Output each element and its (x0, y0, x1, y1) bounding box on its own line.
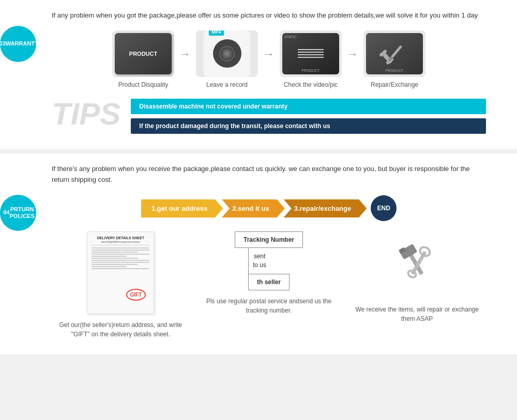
dline2 (92, 250, 149, 251)
detail-3: We receive the items, will repair or exc… (348, 231, 486, 339)
step4-label: Repair/Exchange (371, 81, 418, 88)
detail-2-text: Pls use regular postal service andsend u… (200, 297, 338, 315)
tracking-number-box: Tracking Number (235, 231, 303, 248)
detail-1: DELIVERY DETAILS SHEETabcdefghijklmnopqr… (52, 231, 190, 339)
dline10 (92, 266, 126, 267)
warranty-step-3: STATIC PRODUCT Check the video/pic (280, 30, 342, 88)
svg-rect-3 (391, 45, 402, 58)
vline2 (298, 52, 324, 53)
warranty-badge-number: 03 (0, 40, 6, 47)
leave-record-img: MP4 (196, 30, 258, 77)
dline5 (92, 256, 126, 257)
repair-img: PRODUCT (363, 30, 425, 77)
warranty-badge-label: WARRANTY (6, 40, 39, 47)
flow-step-3-label: 3.repair/exchange (294, 205, 352, 212)
tools-svg (379, 39, 410, 68)
flow-step-1-body: 1.get our address (141, 199, 223, 217)
product-label2: PRODUCT (302, 69, 320, 72)
camera-lens (219, 46, 235, 61)
arrow-3: → (347, 48, 358, 61)
return-details: DELIVERY DETAILS SHEETabcdefghijklmnopqr… (52, 231, 486, 339)
dline4 (92, 254, 149, 255)
static-label: STATIC (284, 35, 297, 39)
tracking-middle: sentto us (233, 248, 305, 274)
delivery-sheet-title: DELIVERY DETAILS SHEETabcdefghijklmnopqr… (92, 236, 149, 245)
tips-section: TIPS Disassemble machine not covered und… (52, 99, 486, 134)
delivery-lines (92, 247, 149, 269)
svg-point-9 (418, 245, 431, 258)
tracking-line (248, 248, 249, 274)
dline6 (92, 258, 138, 259)
return-badge-label: PRTURN POLICES (9, 206, 34, 220)
tools-icon: PRODUCT (366, 33, 423, 74)
repair-tools-svg (384, 231, 451, 299)
dline8 (92, 262, 149, 263)
flow-step-3: 3.repair/exchange (284, 199, 366, 217)
flow-end: END (371, 195, 397, 221)
tracking-diagram: Tracking Number sentto us th seller (233, 231, 305, 290)
video-lines (298, 49, 324, 58)
tips-box-1: Disassemble machine not covered under wa… (131, 99, 486, 114)
flow-step-2: 2.send it us (222, 199, 284, 217)
detail-3-text: We receive the items, will repair or exc… (348, 305, 486, 323)
page-wrapper: 03 WARRANTY If any problem when you got … (0, 0, 517, 354)
warranty-step-1: PRODUCT Product Disquality (112, 30, 174, 88)
detail-2: Tracking Number sentto us th seller Pls … (200, 231, 338, 339)
return-badge: 04 PRTURN POLICES (0, 195, 36, 231)
vline1 (298, 49, 324, 50)
dline11 (92, 268, 149, 269)
step3-label: Check the video/pic (284, 81, 338, 88)
arrow-2: → (263, 48, 275, 61)
flow-step-2-body: 2.send it us (222, 199, 285, 217)
detail-1-text: Get our(the seller's)return address, and… (52, 320, 190, 339)
warranty-step-2: MP4 Leave a record (196, 30, 258, 88)
tracking-seller-label: th seller (257, 278, 281, 286)
tracking-seller-box: th seller (248, 274, 290, 290)
warranty-intro: If any problem when you got the package,… (52, 10, 486, 21)
dline1 (92, 247, 149, 248)
flow-step-3-body: 3.repair/exchange (284, 199, 367, 217)
delivery-sheet: DELIVERY DETAILS SHEETabcdefghijklmnopqr… (87, 231, 154, 314)
flow-step-2-label: 2.send it us (232, 205, 269, 212)
vline4 (298, 57, 324, 58)
gift-badge: GIFT (126, 289, 146, 301)
warranty-badge: 03 WARRANTY (0, 26, 36, 62)
return-intro: If there's any problem when you receive … (52, 164, 486, 185)
flow-step-1-label: 1.get our address (151, 205, 207, 212)
check-video-img: STATIC PRODUCT (280, 30, 342, 77)
screwdriver-group (388, 45, 402, 62)
dline3 (92, 252, 138, 253)
warranty-steps: PRODUCT Product Disquality → MP4 Leave a… (52, 30, 486, 88)
dline7 (92, 260, 149, 261)
steps-flow: 1.get our address 2.send it us 3.repair/… (52, 195, 486, 221)
step1-label: Product Disquality (118, 81, 169, 88)
tips-box-2: If the product damaged during the transi… (131, 118, 486, 134)
warranty-step-4: PRODUCT Repair/Exchange (363, 30, 425, 88)
tracking-sent: sentto us (253, 252, 266, 270)
mp4-badge: MP4 (209, 30, 224, 36)
return-section: 04 PRTURN POLICES If there's any problem… (0, 153, 517, 355)
tips-title: TIPS (52, 99, 120, 130)
product-label3: PRODUCT (386, 69, 404, 72)
mp4-wrap: MP4 (204, 30, 250, 77)
tips-boxes: Disassemble machine not covered under wa… (131, 99, 486, 134)
product-icon: PRODUCT (115, 33, 172, 74)
product-disquality-img: PRODUCT (112, 30, 174, 77)
camera-body (213, 39, 241, 68)
return-badge-number: 04 (3, 209, 9, 216)
step2-label: Leave a record (206, 81, 248, 88)
video-icon: STATIC PRODUCT (282, 33, 339, 74)
arrow-1: → (179, 48, 191, 61)
vline3 (298, 54, 324, 55)
flow-step-1: 1.get our address (141, 199, 222, 217)
tracking-number-label: Tracking Number (244, 236, 294, 243)
warranty-section: 03 WARRANTY If any problem when you got … (0, 0, 517, 149)
dline9 (92, 264, 138, 265)
